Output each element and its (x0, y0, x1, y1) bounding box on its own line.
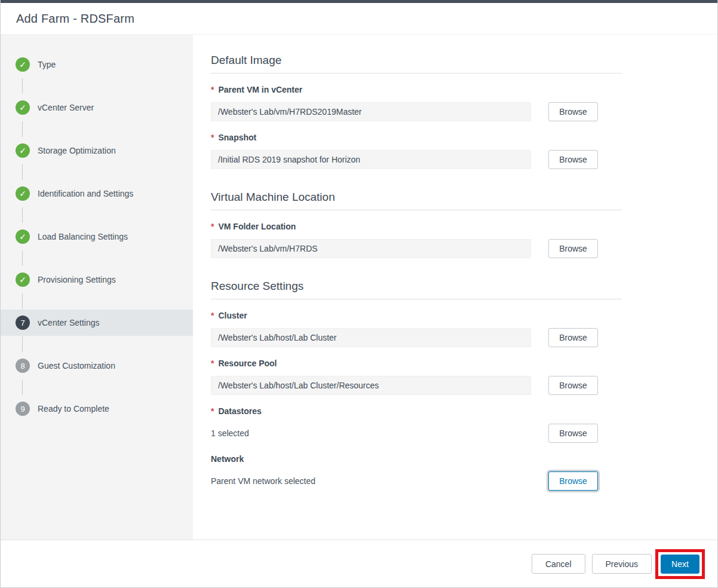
check-icon: ✓ (16, 143, 30, 158)
required-asterisk: * (211, 406, 214, 416)
section-title-vm-location: Virtual Machine Location (211, 191, 622, 210)
step-label: Type (38, 60, 56, 69)
cluster-label: *Cluster (211, 311, 717, 320)
field-resource-pool: *Resource Pool Browse (211, 359, 717, 395)
step-number-badge: 8 (16, 359, 30, 373)
parent-vm-label: *Parent VM in vCenter (211, 85, 717, 94)
resource-pool-label: *Resource Pool (211, 359, 717, 368)
field-vm-folder: *VM Folder Location Browse (211, 222, 717, 258)
datastores-selected-count: 1 selected (211, 428, 531, 438)
dialog-footer: Cancel Previous Next (1, 540, 717, 587)
required-asterisk: * (211, 311, 214, 320)
step-storage-optimization[interactable]: ✓ Storage Optimization (1, 137, 193, 164)
vm-folder-input[interactable] (211, 239, 531, 258)
vm-folder-label: *VM Folder Location (211, 222, 717, 231)
step-label: Guest Customization (38, 361, 115, 370)
step-type[interactable]: ✓ Type (1, 51, 193, 78)
section-title-resource-settings: Resource Settings (211, 280, 622, 299)
snapshot-input[interactable] (211, 150, 531, 169)
required-asterisk: * (211, 222, 214, 231)
cancel-button[interactable]: Cancel (532, 554, 585, 574)
step-load-balancing-settings[interactable]: ✓ Load Balancing Settings (1, 223, 193, 250)
snapshot-label: *Snapshot (211, 133, 717, 142)
vcenter-settings-panel: Default Image *Parent VM in vCenter Brow… (193, 35, 717, 540)
network-browse-button[interactable]: Browse (548, 471, 598, 491)
add-farm-dialog: Add Farm - RDSFarm ✓ Type ✓ vCenter Serv… (0, 0, 718, 588)
check-icon: ✓ (16, 272, 30, 287)
step-number-badge: 7 (16, 316, 30, 330)
step-provisioning-settings[interactable]: ✓ Provisioning Settings (1, 267, 193, 293)
required-asterisk: * (211, 85, 214, 94)
step-ready-to-complete[interactable]: 9 Ready to Complete (1, 396, 193, 422)
required-asterisk: * (211, 133, 214, 142)
field-cluster: *Cluster Browse (211, 311, 717, 347)
resource-pool-input[interactable] (211, 376, 531, 395)
check-icon: ✓ (16, 100, 30, 115)
dialog-title: Add Farm - RDSFarm (16, 12, 134, 26)
network-label: Network (211, 454, 717, 464)
section-title-default-image: Default Image (211, 54, 622, 74)
field-parent-vm: *Parent VM in vCenter Browse (211, 85, 717, 121)
wizard-steps-sidebar: ✓ Type ✓ vCenter Server ✓ Storage Optimi… (1, 35, 193, 540)
previous-button[interactable]: Previous (592, 554, 652, 574)
step-label: Load Balancing Settings (38, 232, 128, 241)
cluster-input[interactable] (211, 328, 531, 347)
step-label: Identification and Settings (38, 189, 133, 198)
step-vcenter-settings-active[interactable]: 7 vCenter Settings (1, 310, 193, 336)
step-guest-customization[interactable]: 8 Guest Customization (1, 353, 193, 379)
network-selected-text: Parent VM network selected (211, 476, 531, 486)
dialog-body: ✓ Type ✓ vCenter Server ✓ Storage Optimi… (1, 35, 717, 540)
resource-pool-browse-button[interactable]: Browse (548, 376, 598, 395)
check-icon: ✓ (16, 229, 30, 244)
field-network: Network Parent VM network selected Brows… (211, 454, 717, 491)
parent-vm-input[interactable] (211, 102, 531, 121)
step-label: vCenter Settings (38, 318, 100, 327)
step-number-badge: 9 (16, 402, 30, 416)
required-asterisk: * (211, 359, 214, 368)
field-datastores: *Datastores 1 selected Browse (211, 406, 717, 443)
step-label: vCenter Server (38, 103, 94, 112)
next-button-highlight-annotation: Next (655, 549, 705, 579)
next-button[interactable]: Next (661, 555, 699, 574)
check-icon: ✓ (16, 186, 30, 201)
parent-vm-browse-button[interactable]: Browse (548, 102, 598, 121)
step-label: Ready to Complete (38, 404, 109, 414)
vm-folder-browse-button[interactable]: Browse (548, 239, 598, 258)
step-label: Provisioning Settings (38, 275, 116, 284)
snapshot-browse-button[interactable]: Browse (548, 150, 598, 169)
step-label: Storage Optimization (38, 146, 116, 155)
datastores-label: *Datastores (211, 406, 717, 416)
check-icon: ✓ (16, 57, 30, 72)
datastores-browse-button[interactable]: Browse (548, 424, 598, 443)
cluster-browse-button[interactable]: Browse (548, 328, 598, 347)
step-vcenter-server[interactable]: ✓ vCenter Server (1, 94, 193, 121)
step-identification-and-settings[interactable]: ✓ Identification and Settings (1, 180, 193, 207)
field-snapshot: *Snapshot Browse (211, 133, 717, 169)
dialog-titlebar: Add Farm - RDSFarm (1, 3, 717, 35)
